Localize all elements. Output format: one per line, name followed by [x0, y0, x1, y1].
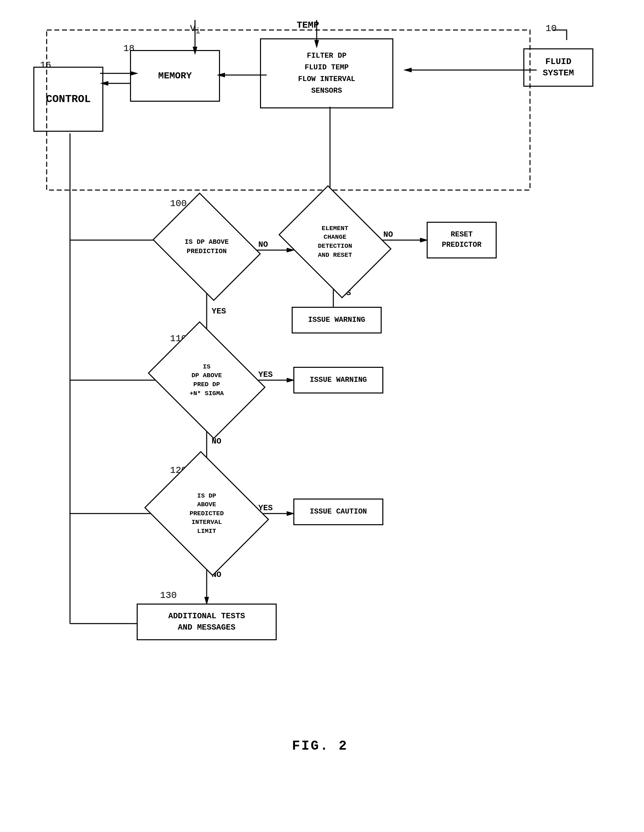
- issue-warning-1-label: ISSUE WARNING: [308, 315, 365, 325]
- diamond-element-change: ELEMENTCHANGEDETECTIONAND RESET: [290, 207, 380, 277]
- svg-text:YES: YES: [258, 370, 273, 379]
- diamond-dp-prediction: IS DP ABOVE PREDICTION: [163, 213, 250, 280]
- additional-tests-label: ADDITIONAL TESTSAND MESSAGES: [168, 611, 245, 633]
- issue-caution-box: ISSUE CAUTION: [293, 499, 384, 525]
- issue-warning-2-label: ISSUE WARNING: [310, 375, 367, 386]
- diamond-dp-sigma: ISDP ABOVEPRED DP+N* SIGMA: [160, 344, 253, 417]
- control-label: CONTROL: [46, 93, 91, 106]
- svg-text:NO: NO: [258, 240, 268, 249]
- reset-predictor-label: RESETPREDICTOR: [442, 230, 482, 250]
- ref-10-label: 10: [545, 23, 557, 34]
- reset-predictor-box: RESETPREDICTOR: [427, 222, 497, 258]
- issue-warning-1-box: ISSUE WARNING: [292, 307, 382, 333]
- additional-tests-box: ADDITIONAL TESTSAND MESSAGES: [137, 603, 276, 640]
- memory-box: MEMORY: [130, 50, 220, 102]
- fluid-system-label: FLUIDSYSTEM: [543, 56, 574, 79]
- memory-label: MEMORY: [158, 71, 192, 81]
- svg-text:YES: YES: [212, 307, 226, 316]
- diamond-interval-limit: IS DPABOVEPREDICTEDINTERVALLIMIT: [158, 474, 255, 554]
- sensors-label: FILTER DPFLUID TEMPFLOW INTERVALSENSORS: [298, 50, 355, 97]
- svg-marker-2: [403, 68, 412, 72]
- control-box: CONTROL: [34, 67, 103, 132]
- temp-label: TEMP: [297, 20, 319, 30]
- vi-label: Vi: [190, 23, 200, 36]
- connectors-svg: YES NO YES NO YES NO YE: [27, 13, 613, 780]
- diagram-container: YES NO YES NO YES NO YE: [27, 13, 613, 780]
- issue-caution-label: ISSUE CAUTION: [310, 507, 367, 517]
- sensors-box: FILTER DPFLUID TEMPFLOW INTERVALSENSORS: [260, 38, 393, 108]
- fluid-system-box: FLUIDSYSTEM: [523, 48, 593, 87]
- svg-text:NO: NO: [384, 230, 393, 239]
- issue-warning-2-box: ISSUE WARNING: [293, 367, 384, 394]
- figure-label: FIG. 2: [292, 739, 348, 754]
- ref-130-label: 130: [160, 590, 177, 601]
